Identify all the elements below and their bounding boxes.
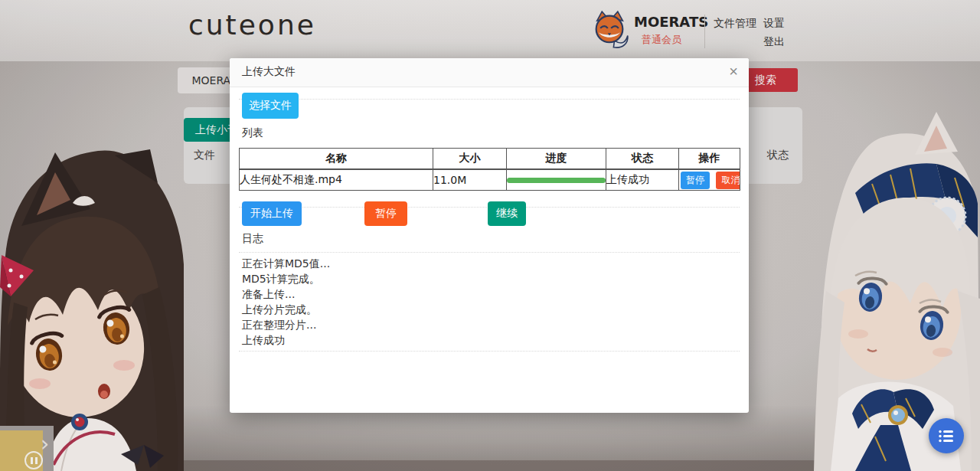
actions-cell: 暂停 取消	[679, 169, 740, 191]
row-cancel-button[interactable]: 取消	[716, 172, 740, 189]
start-upload-button[interactable]: 开始上传	[242, 201, 302, 226]
table-row: 人生何处不相逢.mp4 11.0M 上传成功 暂停 取消	[240, 169, 740, 191]
section-divider	[239, 99, 740, 100]
progress-cell	[507, 169, 606, 191]
log-line: 上传成功	[242, 332, 737, 348]
progress-track	[507, 178, 606, 183]
upload-dialog: 上传大文件 × 选择文件 列表 名称 大小 进度 状态 操作	[230, 58, 749, 413]
log-line: 上传分片完成。	[242, 302, 737, 317]
col-status: 状态	[606, 149, 679, 170]
file-size: 11.0M	[433, 169, 507, 191]
floating-menu-button[interactable]	[929, 418, 964, 453]
col-progress: 进度	[507, 149, 606, 170]
pause-upload-button[interactable]: 暂停	[364, 201, 407, 226]
row-pause-button[interactable]: 暂停	[681, 172, 710, 189]
log-line: MD5计算完成。	[242, 271, 737, 286]
upload-status: 上传成功	[606, 169, 679, 191]
list-label: 列表	[242, 126, 263, 140]
log-line: 正在整理分片...	[242, 317, 737, 332]
dialog-title: 上传大文件	[242, 65, 296, 79]
log-line: 正在计算MD5值...	[242, 256, 737, 271]
col-actions: 操作	[679, 149, 740, 170]
page: cuteone MOERATS 普通会员 文件管理 设置 登出 MOERATS …	[0, 0, 980, 471]
close-icon[interactable]: ×	[727, 62, 740, 80]
menu-list-icon	[939, 430, 954, 443]
progress-bar	[507, 178, 606, 183]
table-header-row: 名称 大小 进度 状态 操作	[240, 149, 740, 170]
log-label: 日志	[242, 232, 263, 246]
dialog-titlebar: 上传大文件 ×	[230, 58, 749, 87]
col-size: 大小	[433, 149, 507, 170]
log-box: 正在计算MD5值... MD5计算完成。 准备上传... 上传分片完成。 正在整…	[239, 252, 740, 352]
upload-table: 名称 大小 进度 状态 操作 人生何处不相逢.mp4 11.0M	[239, 148, 740, 191]
col-name: 名称	[240, 149, 433, 170]
file-name: 人生何处不相逢.mp4	[240, 169, 433, 191]
log-line: 准备上传...	[242, 286, 737, 302]
choose-file-button[interactable]: 选择文件	[242, 93, 299, 119]
dialog-body: 选择文件 列表 名称 大小 进度 状态 操作 人生	[230, 87, 749, 413]
resume-upload-button[interactable]: 继续	[488, 201, 526, 226]
